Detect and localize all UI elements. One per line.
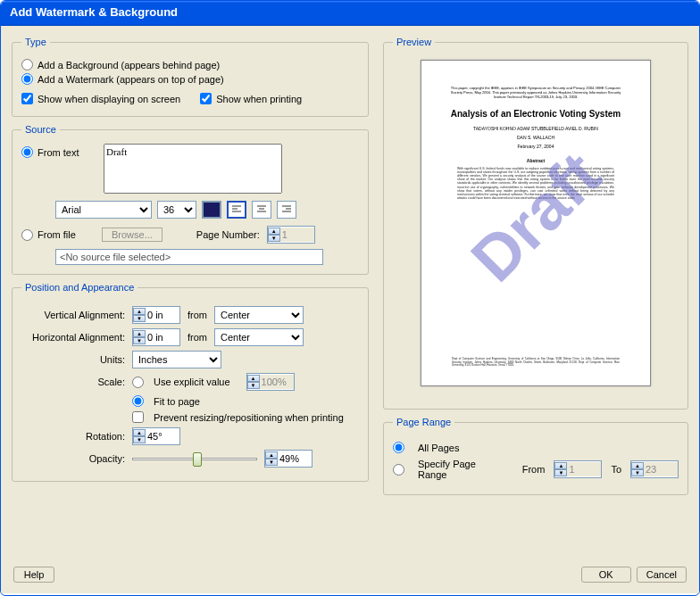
cancel-button[interactable]: Cancel: [637, 567, 687, 583]
fit-page-label: Fit to page: [154, 396, 200, 407]
doc-title: Analysis of an Electronic Voting System: [445, 109, 627, 119]
from-file-radio[interactable]: [21, 229, 33, 241]
add-background-radio[interactable]: [21, 59, 33, 70]
specify-range-radio[interactable]: [393, 464, 404, 476]
from-text-label: From text: [38, 147, 79, 158]
page-number-label: Page Number:: [196, 229, 260, 240]
specify-range-label: Specify Page Range: [418, 459, 497, 480]
browse-button[interactable]: Browse...: [102, 228, 162, 242]
page-number-spinner[interactable]: ▲▼: [267, 226, 315, 244]
abstract-heading: Abstract: [445, 158, 627, 163]
units-label: Units:: [21, 354, 132, 365]
preview-page: Draft This paper, copyright the IEEE, ap…: [421, 60, 651, 386]
show-screen-check[interactable]: [21, 93, 33, 104]
prevent-resize-check[interactable]: [132, 411, 144, 423]
font-select[interactable]: Arial: [55, 201, 152, 219]
preview-legend: Preview: [393, 37, 435, 47]
watermark-text-input[interactable]: Draft: [104, 144, 282, 194]
all-pages-radio[interactable]: [393, 442, 404, 453]
from-label: from: [188, 310, 207, 320]
doc-authors2: DAN S. WALLACH: [445, 135, 627, 140]
rotation-spinner[interactable]: ▲▼: [132, 427, 180, 445]
from-text-radio[interactable]: [21, 146, 33, 158]
doc-footer: Dept of Computer Science and Engineering…: [452, 358, 620, 368]
align-center-button[interactable]: [252, 201, 271, 219]
explicit-scale-radio[interactable]: [132, 377, 144, 388]
fit-page-radio[interactable]: [132, 395, 144, 407]
source-file-display: <No source file selected>: [55, 249, 323, 265]
position-legend: Position and Appearance: [21, 282, 138, 293]
show-print-check[interactable]: [200, 93, 212, 104]
doc-header: This paper, copyright the IEEE, appears …: [445, 86, 627, 100]
valign-spinner[interactable]: ▲▼: [132, 306, 180, 324]
halign-from-select[interactable]: Center: [214, 328, 304, 346]
opacity-slider[interactable]: [132, 450, 257, 468]
scale-label: Scale:: [21, 377, 132, 387]
source-legend: Source: [21, 124, 60, 135]
rotation-label: Rotation:: [21, 431, 132, 442]
to-label: To: [611, 464, 621, 475]
source-group: Source From text Draft Arial 36 From fil…: [12, 124, 369, 275]
add-background-label: Add a Background (appears behind page): [38, 60, 220, 70]
explicit-scale-label: Use explicit value: [154, 377, 230, 387]
doc-authors: TADAYOSHI KOHNO ADAM STUBBLEFIELD AVIEL …: [445, 126, 627, 131]
show-screen-label: Show when displaying on screen: [38, 94, 180, 104]
title-bar: Add Watermark & Background: [1, 1, 699, 26]
help-button[interactable]: Help: [13, 567, 54, 583]
units-select[interactable]: Inches: [132, 351, 221, 368]
from-file-label: From file: [38, 229, 76, 240]
pagerange-legend: Page Range: [393, 417, 454, 427]
type-group: Type Add a Background (appears behind pa…: [12, 37, 369, 117]
add-watermark-label: Add a Watermark (appears on top of page): [38, 74, 224, 85]
all-pages-label: All Pages: [418, 443, 459, 453]
color-picker[interactable]: [202, 201, 221, 219]
ok-button[interactable]: OK: [581, 567, 631, 583]
pagerange-group: Page Range All Pages Specify Page Range …: [383, 417, 688, 495]
to-page-spinner[interactable]: ▲▼: [630, 460, 679, 478]
dialog-body: Type Add a Background (appears behind pa…: [1, 26, 699, 593]
opacity-label: Opacity:: [21, 453, 132, 464]
from-page-spinner[interactable]: ▲▼: [554, 460, 602, 478]
prevent-resize-label: Prevent resizing/repositioning when prin…: [154, 412, 344, 423]
from-label: From: [522, 464, 546, 475]
halign-spinner[interactable]: ▲▼: [132, 328, 180, 346]
add-watermark-radio[interactable]: [21, 73, 33, 85]
valign-from-select[interactable]: Center: [214, 306, 304, 324]
show-print-label: Show when printing: [216, 94, 302, 104]
valign-label: Vertical Alignment:: [21, 310, 132, 320]
preview-group: Preview Draft This paper, copyright the …: [383, 37, 688, 410]
doc-date: February 27, 2004: [445, 144, 627, 149]
opacity-spinner[interactable]: ▲▼: [264, 450, 312, 468]
align-right-button[interactable]: [277, 201, 296, 219]
font-size-select[interactable]: 36: [157, 201, 196, 219]
align-left-button[interactable]: [227, 201, 246, 219]
halign-label: Horizontal Alignment:: [21, 332, 132, 343]
type-legend: Type: [21, 37, 50, 47]
position-group: Position and Appearance Vertical Alignme…: [12, 282, 369, 482]
from-label: from: [188, 332, 207, 343]
explicit-scale-spinner[interactable]: ▲▼: [246, 373, 295, 391]
